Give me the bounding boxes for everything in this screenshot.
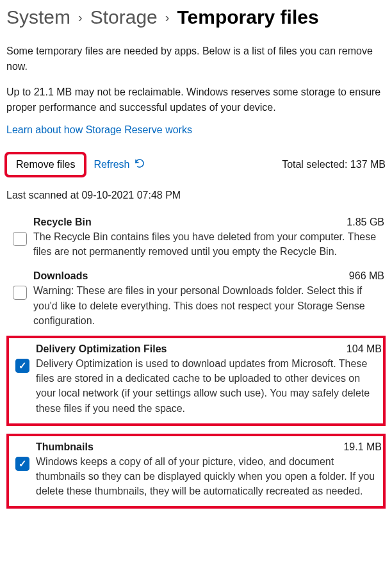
category-description: The Recycle Bin contains files you have … (33, 229, 384, 259)
category-checkbox[interactable] (15, 457, 29, 471)
refresh-button[interactable]: Refresh (94, 158, 145, 172)
category-title: Recycle Bin (33, 217, 92, 228)
remove-files-button[interactable]: Remove files (6, 154, 85, 176)
file-category-item: Downloads966 MBWarning: These are files … (6, 266, 386, 336)
category-head: Recycle Bin1.85 GB (33, 217, 384, 228)
intro-text-1: Some temporary files are needed by apps.… (6, 44, 386, 74)
category-size: 966 MB (349, 270, 384, 282)
file-category-item: Delivery Optimization Files104 MBDeliver… (6, 336, 386, 426)
breadcrumb-current: Temporary files (177, 6, 318, 28)
category-head: Downloads966 MB (33, 270, 384, 282)
total-selected-value: 137 MB (350, 159, 386, 170)
category-size: 1.85 GB (347, 217, 384, 228)
category-title: Downloads (33, 270, 88, 282)
file-category-item: Thumbnails19.1 MBWindows keeps a copy of… (6, 434, 386, 509)
category-title: Thumbnails (36, 441, 94, 453)
category-description: Delivery Optimization is used to downloa… (36, 356, 382, 416)
intro-text-2: Up to 21.1 MB may not be reclaimable. Wi… (6, 85, 386, 115)
category-size: 19.1 MB (343, 441, 382, 453)
category-title: Delivery Optimization Files (36, 343, 167, 355)
refresh-label: Refresh (94, 159, 129, 170)
chevron-right-icon: › (78, 10, 83, 25)
action-row: Remove files Refresh Total selected: 137… (6, 154, 386, 176)
breadcrumb: System › Storage › Temporary files (6, 6, 386, 28)
category-checkbox[interactable] (13, 232, 27, 246)
category-head: Delivery Optimization Files104 MB (36, 343, 382, 355)
total-selected-label: Total selected: (282, 159, 347, 170)
last-scanned-text: Last scanned at 09-10-2021 07:48 PM (6, 190, 386, 201)
category-body: Recycle Bin1.85 GBThe Recycle Bin contai… (33, 217, 384, 259)
file-category-item: Recycle Bin1.85 GBThe Recycle Bin contai… (6, 213, 386, 266)
category-body: Thumbnails19.1 MBWindows keeps a copy of… (36, 441, 382, 499)
breadcrumb-system[interactable]: System (6, 6, 70, 28)
breadcrumb-storage[interactable]: Storage (90, 6, 158, 28)
category-checkbox[interactable] (13, 286, 27, 300)
total-selected: Total selected: 137 MB (282, 159, 386, 170)
refresh-icon (134, 158, 145, 172)
category-checkbox[interactable] (15, 359, 29, 373)
category-description: Warning: These are files in your persona… (33, 283, 384, 328)
category-head: Thumbnails19.1 MB (36, 441, 382, 453)
category-description: Windows keeps a copy of all of your pict… (36, 454, 382, 499)
category-size: 104 MB (347, 343, 382, 355)
chevron-right-icon: › (165, 10, 170, 25)
category-body: Delivery Optimization Files104 MBDeliver… (36, 343, 382, 416)
learn-storage-reserve-link[interactable]: Learn about how Storage Reserve works (6, 124, 192, 136)
category-body: Downloads966 MBWarning: These are files … (33, 270, 384, 328)
